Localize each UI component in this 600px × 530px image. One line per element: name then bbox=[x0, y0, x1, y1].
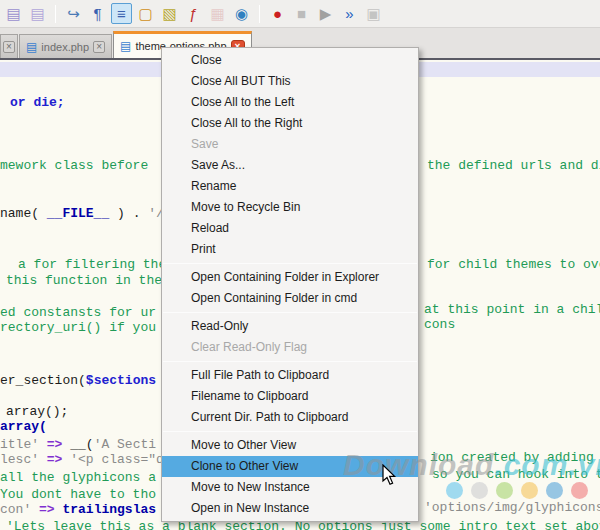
code-fragment: mework class before bbox=[0, 158, 148, 173]
monitoring-eye-icon[interactable]: ◉ bbox=[231, 3, 252, 24]
menu-item-clear-read-only-flag: Clear Read-Only Flag bbox=[162, 337, 418, 358]
code-fragment: ed constansts for ur bbox=[0, 305, 156, 320]
tab-index-php[interactable]: ▤index.php× bbox=[19, 34, 112, 58]
code-fragment: so you can hook into th bbox=[432, 467, 600, 482]
print-preview-icon: ▦ bbox=[207, 3, 228, 24]
macro-play-icon: ▶ bbox=[315, 3, 336, 24]
menu-item-move-to-recycle-bin[interactable]: Move to Recycle Bin bbox=[162, 197, 418, 218]
menu-item-move-to-other-view[interactable]: Move to Other View bbox=[162, 435, 418, 456]
menu-item-full-file-path-to-clipboard[interactable]: Full File Path to Clipboard bbox=[162, 365, 418, 386]
menu-item-rename[interactable]: Rename bbox=[162, 176, 418, 197]
file-icon: ▤ bbox=[26, 41, 37, 53]
code-fragment: array(); bbox=[6, 404, 68, 419]
show-all-characters-icon[interactable]: ¶ bbox=[87, 3, 108, 24]
lock-alt-icon[interactable]: ▤ bbox=[27, 3, 48, 24]
macro-save-icon: ▣ bbox=[363, 3, 384, 24]
menu-item-current-dir-path-to-clipboard[interactable]: Current Dir. Path to Clipboard bbox=[162, 407, 418, 428]
code-fragment: name( __FILE__ ) . '/ bbox=[0, 206, 164, 221]
indent-guide-icon[interactable]: ≡ bbox=[111, 3, 132, 24]
code-fragment: lesc' => '<p class="d bbox=[0, 452, 164, 467]
code-fragment: itle' => __('A Secti bbox=[0, 437, 156, 452]
code-fragment: rectory_uri() if you bbox=[0, 320, 156, 335]
tab-context-menu: CloseClose All BUT ThisClose All to the … bbox=[161, 47, 419, 522]
menu-item-open-containing-folder-in-cmd[interactable]: Open Containing Folder in cmd bbox=[162, 288, 418, 309]
menu-item-open-in-new-instance[interactable]: Open in New Instance bbox=[162, 498, 418, 519]
toolbar-separator bbox=[55, 5, 56, 23]
code-fragment: cons bbox=[424, 317, 455, 332]
menu-item-open-containing-folder-in-explorer[interactable]: Open Containing Folder in Explorer bbox=[162, 267, 418, 288]
document-map-icon[interactable]: ▧ bbox=[159, 3, 180, 24]
tab-close-icon[interactable]: × bbox=[93, 41, 105, 53]
user-defined-language-icon[interactable]: ▢ bbox=[135, 3, 156, 24]
code-fragment: 'options/img/glyphicons, bbox=[424, 500, 600, 515]
code-fragment: all the glyphicons a bbox=[0, 470, 156, 485]
code-fragment: ion created by adding a bbox=[430, 450, 600, 465]
toolbar: ▤▤↪¶≡▢▧ƒ▦◉●■▶»▣ bbox=[0, 0, 600, 28]
macro-stop-icon: ■ bbox=[291, 3, 312, 24]
word-wrap-icon[interactable]: ↪ bbox=[63, 3, 84, 24]
menu-item-close-all-to-the-left[interactable]: Close All to the Left bbox=[162, 92, 418, 113]
code-fragment: this function in the bbox=[6, 273, 162, 288]
menu-item-close[interactable]: Close bbox=[162, 50, 418, 71]
menu-item-close-all-but-this[interactable]: Close All BUT This bbox=[162, 71, 418, 92]
code-fragment: at this point in a child bbox=[424, 302, 600, 317]
code-fragment: a for filtering the s bbox=[18, 257, 182, 272]
menu-separator bbox=[163, 312, 417, 313]
menu-item-read-only[interactable]: Read-Only bbox=[162, 316, 418, 337]
menu-item-save-as[interactable]: Save As... bbox=[162, 155, 418, 176]
menu-separator bbox=[163, 431, 417, 432]
code-fragment: con' => trailingslas bbox=[0, 502, 156, 517]
tab-label: index.php bbox=[41, 41, 89, 53]
code-fragment: You dont have to tho bbox=[0, 487, 156, 502]
tab-close-icon[interactable]: × bbox=[3, 41, 15, 53]
code-fragment: for child themes to ove bbox=[427, 257, 600, 272]
macro-record-icon[interactable]: ● bbox=[267, 3, 288, 24]
toolbar-separator bbox=[259, 5, 260, 23]
code-fragment: er_section($sections bbox=[0, 373, 156, 388]
function-list-icon[interactable]: ƒ bbox=[183, 3, 204, 24]
menu-item-print[interactable]: Print bbox=[162, 239, 418, 260]
file-icon: ▤ bbox=[120, 40, 131, 52]
menu-item-clone-to-other-view[interactable]: Clone to Other View bbox=[162, 456, 418, 477]
tab-partial[interactable]: × bbox=[0, 34, 18, 58]
macro-run-multiple-icon[interactable]: » bbox=[339, 3, 360, 24]
menu-item-move-to-new-instance[interactable]: Move to New Instance bbox=[162, 477, 418, 498]
code-fragment: the defined urls and di bbox=[427, 158, 600, 173]
code-fragment: or die; bbox=[10, 95, 65, 110]
menu-item-save: Save bbox=[162, 134, 418, 155]
menu-item-close-all-to-the-right[interactable]: Close All to the Right bbox=[162, 113, 418, 134]
menu-item-reload[interactable]: Reload bbox=[162, 218, 418, 239]
lock-icon[interactable]: ▤ bbox=[3, 3, 24, 24]
menu-separator bbox=[163, 361, 417, 362]
code-fragment: array( bbox=[0, 419, 47, 434]
menu-item-filename-to-clipboard[interactable]: Filename to Clipboard bbox=[162, 386, 418, 407]
menu-separator bbox=[163, 263, 417, 264]
